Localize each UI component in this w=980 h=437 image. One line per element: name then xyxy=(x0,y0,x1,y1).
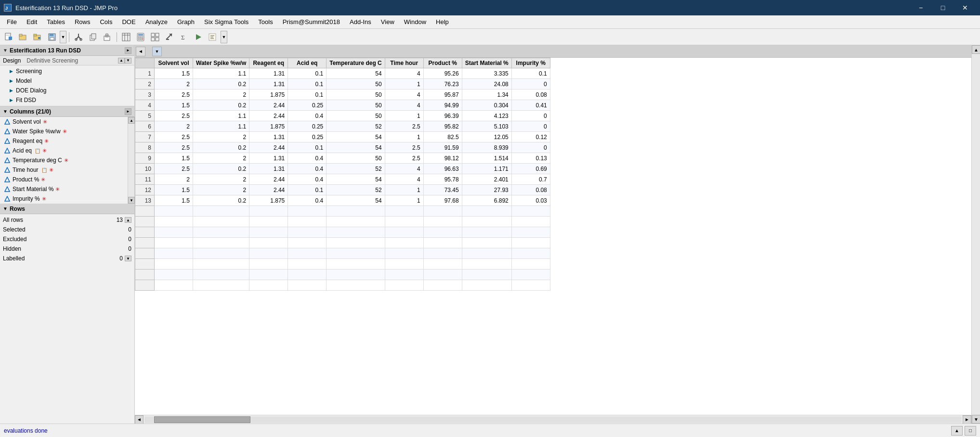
table-cell[interactable]: 1.5 xyxy=(155,185,193,195)
table-cell[interactable]: 54 xyxy=(327,195,385,206)
table-cell[interactable]: 2.44 xyxy=(249,111,288,121)
table-cell[interactable]: 1.171 xyxy=(462,164,511,174)
table-cell[interactable]: 4.123 xyxy=(462,111,511,121)
design-model[interactable]: ▶ Model xyxy=(0,76,134,86)
table-cell[interactable]: 4 xyxy=(385,90,423,100)
table-cell[interactable]: 1.5 xyxy=(155,100,193,111)
col-header-start-material[interactable]: Start Material % xyxy=(462,58,511,68)
table-scroll-container[interactable]: Solvent vol Water Spike %w/w Reagent eq … xyxy=(135,58,971,415)
table-cell[interactable]: 0.1 xyxy=(288,90,327,100)
table-cell[interactable]: 0.2 xyxy=(193,100,249,111)
table-scroll-right[interactable]: ► xyxy=(125,47,131,54)
table-cell[interactable]: 2.44 xyxy=(249,174,288,185)
table-cell[interactable]: 52 xyxy=(327,121,385,132)
table-cell[interactable]: 2.5 xyxy=(155,90,193,100)
toolbar-cut[interactable] xyxy=(72,31,85,43)
table-cell[interactable]: 1.875 xyxy=(249,195,288,206)
menu-file[interactable]: File xyxy=(2,15,22,29)
v-scroll-up[interactable]: ▲ xyxy=(972,45,980,54)
toolbar-open[interactable] xyxy=(16,31,30,43)
status-up-btn[interactable]: ▲ xyxy=(951,426,963,436)
table-row[interactable]: 131.50.21.8750.454197.686.8920.03 xyxy=(135,195,550,206)
table-cell[interactable]: 50 xyxy=(327,111,385,121)
table-row[interactable]: 621.11.8750.25522.595.825.1030 xyxy=(135,121,550,132)
table-cell[interactable]: 0.25 xyxy=(288,132,327,142)
v-scroll-down[interactable]: ▼ xyxy=(972,415,980,424)
table-cell[interactable]: 2 xyxy=(193,153,249,164)
table-cell[interactable]: 1.5 xyxy=(155,68,193,79)
table-cell[interactable]: 2 xyxy=(155,174,193,185)
toolbar-play[interactable] xyxy=(192,31,205,43)
toolbar-sigma[interactable]: Σ xyxy=(177,31,191,43)
table-cell[interactable]: 0.4 xyxy=(288,153,327,164)
table-cell[interactable]: 1.875 xyxy=(249,90,288,100)
menu-prism[interactable]: Prism@Summit2018 xyxy=(278,15,345,29)
table-row[interactable]: 91.521.310.4502.598.121.5140.13 xyxy=(135,153,550,164)
table-cell[interactable]: 2.5 xyxy=(155,111,193,121)
minimize-button[interactable]: − xyxy=(910,0,932,15)
table-cell[interactable]: 2 xyxy=(193,185,249,195)
table-cell[interactable]: 0.12 xyxy=(511,132,550,142)
rows-all-up[interactable]: ▲ xyxy=(125,217,131,223)
design-scroll-down[interactable]: ▼ xyxy=(125,58,131,64)
design-screening[interactable]: ▶ Screening xyxy=(0,66,134,76)
table-cell[interactable]: 2.5 xyxy=(155,132,193,142)
column-reagent-eq[interactable]: Reagent eq ✳ xyxy=(0,136,128,146)
table-cell[interactable]: 1.1 xyxy=(193,68,249,79)
table-cell[interactable]: 0.08 xyxy=(511,90,550,100)
table-cell[interactable]: 95.26 xyxy=(423,68,462,79)
table-cell[interactable]: 54 xyxy=(327,174,385,185)
table-cell[interactable]: 1.514 xyxy=(462,153,511,164)
table-cell[interactable]: 1 xyxy=(385,132,423,142)
v-scroll-track[interactable] xyxy=(972,54,980,415)
col-header-acid-eq[interactable]: Acid eq xyxy=(288,58,327,68)
filter-btn[interactable]: ▼ xyxy=(152,47,162,56)
table-cell[interactable]: 2.5 xyxy=(385,153,423,164)
design-fit-dsd[interactable]: ▶ Fit DSD xyxy=(0,95,134,105)
table-cell[interactable]: 6.892 xyxy=(462,195,511,206)
table-cell[interactable]: 1.31 xyxy=(249,79,288,90)
table-cell[interactable]: 1.31 xyxy=(249,68,288,79)
table-cell[interactable]: 54 xyxy=(327,142,385,153)
table-cell[interactable]: 2.5 xyxy=(385,121,423,132)
menu-tables[interactable]: Tables xyxy=(42,15,70,29)
table-cell[interactable]: 2.44 xyxy=(249,100,288,111)
design-doe-dialog[interactable]: ▶ DOE Dialog xyxy=(0,86,134,95)
table-cell[interactable]: 2.5 xyxy=(385,142,423,153)
column-impurity[interactable]: Impurity % ✳ xyxy=(0,194,128,204)
table-cell[interactable]: 0.13 xyxy=(511,153,550,164)
table-cell[interactable]: 0.25 xyxy=(288,100,327,111)
table-cell[interactable]: 0.08 xyxy=(511,185,550,195)
table-cell[interactable]: 3.335 xyxy=(462,68,511,79)
table-cell[interactable]: 2.44 xyxy=(249,185,288,195)
table-cell[interactable]: 98.12 xyxy=(423,153,462,164)
table-cell[interactable]: 8.939 xyxy=(462,142,511,153)
toolbar-script[interactable] xyxy=(206,31,220,43)
table-cell[interactable]: 1.5 xyxy=(155,153,193,164)
table-cell[interactable]: 1 xyxy=(385,195,423,206)
table-cell[interactable]: 94.99 xyxy=(423,100,462,111)
table-cell[interactable]: 0.304 xyxy=(462,100,511,111)
table-cell[interactable]: 95.87 xyxy=(423,90,462,100)
maximize-button[interactable]: □ xyxy=(932,0,954,15)
table-cell[interactable]: 2.5 xyxy=(155,164,193,174)
h-scroll-track[interactable] xyxy=(144,416,962,423)
menu-view[interactable]: View xyxy=(376,15,399,29)
table-cell[interactable]: 2.5 xyxy=(155,142,193,153)
h-scroll-left[interactable]: ◄ xyxy=(135,415,144,424)
col-header-water-spike[interactable]: Water Spike %w/w xyxy=(193,58,249,68)
table-cell[interactable]: 52 xyxy=(327,164,385,174)
table-cell[interactable]: 52 xyxy=(327,185,385,195)
table-cell[interactable]: 2 xyxy=(193,90,249,100)
table-cell[interactable]: 1.31 xyxy=(249,153,288,164)
table-cell[interactable]: 50 xyxy=(327,153,385,164)
table-cell[interactable]: 0.25 xyxy=(288,121,327,132)
table-row[interactable]: 52.51.12.440.450196.394.1230 xyxy=(135,111,550,121)
menu-help[interactable]: Help xyxy=(431,15,454,29)
menu-rows[interactable]: Rows xyxy=(70,15,95,29)
table-cell[interactable]: 2.44 xyxy=(249,142,288,153)
table-row[interactable]: 82.50.22.440.1542.591.598.9390 xyxy=(135,142,550,153)
table-cell[interactable]: 1.1 xyxy=(193,121,249,132)
menu-window[interactable]: Window xyxy=(399,15,431,29)
toolbar-new[interactable] xyxy=(2,31,15,43)
